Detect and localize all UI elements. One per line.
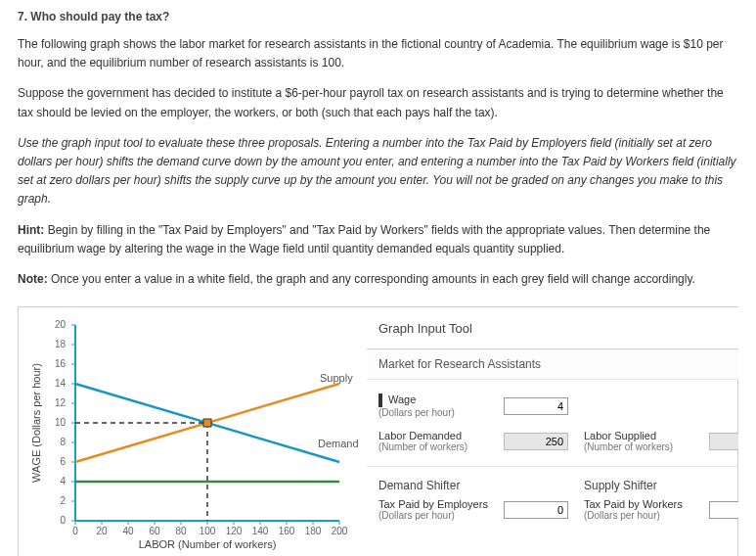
svg-text:120: 120	[226, 526, 243, 536]
svg-text:160: 160	[279, 526, 295, 536]
supply-label: Supply	[320, 372, 353, 384]
svg-text:140: 140	[252, 526, 269, 536]
chart-svg[interactable]: 0 2 4 6 8 10 12 14 16 18 20 0 20 40 60 8…	[26, 315, 359, 550]
svg-text:10: 10	[55, 417, 67, 428]
svg-text:0: 0	[60, 515, 66, 526]
y-axis-ticks: 0 2 4 6 8 10 12 14 16 18 20	[55, 319, 75, 526]
labor-supplied-label: Labor Supplied(Number of workers)	[584, 430, 701, 452]
question-title: Who should pay the tax?	[30, 10, 169, 23]
note-para: Note: Once you enter a value in a white …	[18, 270, 738, 289]
intro-para-2: Suppose the government has decided to in…	[18, 84, 738, 121]
wage-input[interactable]	[504, 397, 568, 415]
labor-demanded-label: Labor Demanded(Number of workers)	[378, 430, 496, 452]
instructions-para: Use the graph input tool to evaluate the…	[18, 134, 738, 209]
tool-title: Graph Input Tool	[378, 321, 472, 336]
svg-text:4: 4	[60, 476, 66, 486]
svg-rect-48	[203, 419, 211, 427]
svg-text:80: 80	[175, 526, 187, 536]
labor-supplied-output	[709, 433, 738, 450]
x-axis-ticks: 0 20 40 60 80 100 120 140 160 180 200	[72, 521, 348, 536]
tax-workers-label: Tax Paid by Workers(Dollars per hour)	[584, 498, 701, 521]
labor-demanded-output	[504, 433, 568, 450]
svg-text:6: 6	[60, 456, 66, 467]
svg-text:12: 12	[55, 397, 67, 408]
svg-text:14: 14	[55, 378, 67, 389]
tool-header: Graph Input Tool ?	[367, 307, 738, 349]
svg-text:40: 40	[122, 526, 134, 536]
tax-workers-input[interactable]	[709, 501, 738, 519]
intro-para-1: The following graph shows the labor mark…	[18, 35, 738, 72]
chart-pane[interactable]: 0 2 4 6 8 10 12 14 16 18 20 0 20 40 60 8…	[19, 307, 367, 556]
svg-text:200: 200	[332, 526, 348, 536]
svg-text:20: 20	[96, 526, 108, 536]
svg-text:18: 18	[55, 339, 67, 349]
graph-block: 0 2 4 6 8 10 12 14 16 18 20 0 20 40 60 8…	[18, 306, 738, 556]
svg-text:2: 2	[60, 495, 66, 506]
hint-para: Hint: Begin by filling in the "Tax Paid …	[18, 221, 738, 258]
tool-pane: Graph Input Tool ? Market for Research A…	[367, 307, 738, 534]
question-number: 7.	[18, 10, 27, 23]
note-label: Note:	[18, 272, 48, 286]
tax-employers-input[interactable]	[504, 501, 568, 519]
tax-employers-label: Tax Paid by Employers(Dollars per hour)	[378, 498, 496, 521]
svg-text:100: 100	[200, 526, 216, 536]
svg-text:180: 180	[305, 526, 322, 536]
hint-text: Begin by filling in the "Tax Paid by Emp…	[18, 223, 710, 255]
demand-shifter-title: Demand Shifter	[378, 479, 568, 492]
svg-text:8: 8	[60, 437, 66, 447]
demand-label: Demand	[318, 438, 359, 449]
supply-shifter-title: Supply Shifter	[584, 479, 738, 492]
svg-text:60: 60	[149, 526, 160, 536]
question-block: 7. Who should pay the tax? The following…	[18, 10, 738, 289]
x-axis-label: LABOR (Number of workers)	[139, 538, 277, 550]
note-text: Once you enter a value in a white field,…	[48, 272, 695, 286]
market-title: Market for Research Assistants	[367, 349, 738, 380]
svg-text:20: 20	[55, 319, 67, 330]
svg-text:0: 0	[72, 526, 78, 536]
y-axis-label: WAGE (Dollars per hour)	[30, 363, 42, 483]
wage-label: Wage (Dollars per hour)	[378, 394, 496, 418]
hint-label: Hint:	[18, 223, 44, 237]
svg-text:16: 16	[55, 358, 67, 369]
